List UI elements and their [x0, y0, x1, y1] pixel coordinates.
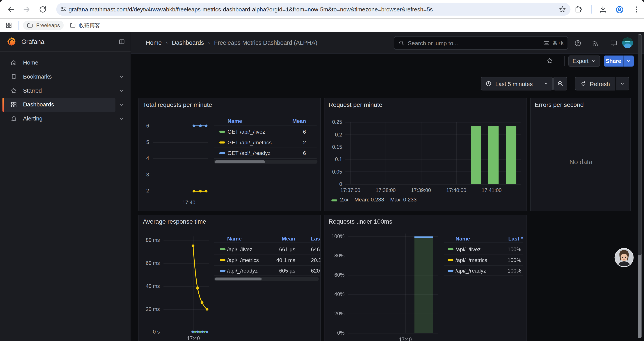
grafana-logo-icon[interactable] — [6, 37, 17, 47]
panel-title[interactable]: Average response time — [143, 218, 206, 225]
y-tick: 5 — [141, 139, 149, 145]
help-icon[interactable] — [574, 40, 582, 47]
news-rss-icon[interactable] — [592, 40, 599, 47]
bookmarks-bar: Freeleaps 收藏博客 — [0, 19, 644, 32]
bookmark-folder-blogs[interactable]: 收藏博客 — [66, 21, 104, 30]
export-button[interactable]: Export — [568, 56, 600, 67]
chevron-down-icon[interactable] — [119, 88, 124, 93]
legend-header-name[interactable]: Name — [227, 236, 242, 242]
share-menu-button[interactable] — [624, 56, 634, 67]
apps-grid-icon[interactable] — [5, 22, 12, 29]
gridline — [189, 121, 190, 198]
share-button[interactable]: Share — [604, 56, 623, 67]
page-scrollbar-thumb[interactable] — [638, 35, 642, 255]
series-swatch[interactable] — [220, 131, 225, 133]
legend-header-mean[interactable]: Mean — [262, 236, 295, 242]
legend-row-label[interactable]: /api/_/readyz — [227, 268, 258, 274]
monitor-icon[interactable] — [610, 40, 617, 47]
panel-title[interactable]: Requests under 100ms — [328, 218, 392, 225]
grafana-header: Home › Dashboards › Freeleaps Metrics Da… — [131, 32, 644, 54]
panel-title[interactable]: Total requests per minute — [143, 101, 212, 108]
sidebar-item-alerting[interactable]: Alerting — [0, 112, 131, 126]
chevron-down-icon[interactable] — [119, 74, 124, 79]
panel-title[interactable]: Errors per second — [535, 101, 584, 108]
no-data-message: No data — [531, 158, 631, 166]
sidebar-item-dashboards[interactable]: Dashboards — [0, 98, 131, 112]
legend-row-value: 6 — [274, 150, 306, 156]
legend-row-label[interactable]: GET /api/_/metrics — [228, 139, 272, 146]
legend-mean-stat: Mean: 0.233 — [354, 197, 384, 203]
series-swatch[interactable] — [448, 259, 453, 261]
chevron-down-icon[interactable] — [119, 103, 124, 107]
user-avatar[interactable] — [622, 38, 633, 48]
series-swatch[interactable] — [448, 270, 453, 272]
sidebar-item-home[interactable]: Home — [0, 56, 131, 70]
legend-header-mean[interactable]: Mean — [274, 118, 306, 124]
bookmark-folder-freeleaps[interactable]: Freeleaps — [23, 21, 64, 30]
menu-icon[interactable] — [632, 5, 640, 14]
legend-row-label[interactable]: /api/_/readyz — [456, 268, 486, 274]
bookmark-star-icon[interactable] — [558, 5, 566, 13]
collapse-sidebar-icon[interactable] — [118, 38, 126, 45]
legend-row-label[interactable]: GET /api/_/livez — [228, 129, 265, 135]
series-swatch[interactable] — [220, 152, 225, 154]
series-swatch[interactable] — [220, 142, 225, 144]
x-tick: 17:41:00 — [477, 187, 506, 193]
x-tick: 17:40 — [177, 200, 201, 206]
site-settings-icon[interactable] — [60, 6, 67, 13]
chevron-down-icon — [592, 59, 596, 63]
address-bar[interactable]: grafana.mathmast.com/d/deytv4rwavabkb/fr… — [56, 3, 570, 16]
favorite-dashboard-star-icon[interactable] — [546, 57, 553, 64]
series-swatch[interactable] — [220, 270, 225, 272]
y-tick: 2 — [141, 188, 149, 194]
legend-scrollbar-thumb[interactable] — [215, 278, 262, 280]
extensions-icon[interactable] — [574, 5, 582, 14]
breadcrumb: Home › Dashboards › Freeleaps Metrics Da… — [146, 40, 318, 46]
chevron-down-icon[interactable] — [119, 116, 124, 121]
legend-header-name[interactable]: Name — [456, 236, 470, 242]
sidebar-divider — [0, 51, 131, 52]
gridline — [153, 175, 208, 175]
forward-icon[interactable] — [22, 5, 31, 14]
gridline — [345, 184, 521, 185]
legend-row-label[interactable]: /api/_/livez — [456, 246, 481, 252]
y-tick: 0.1 — [326, 157, 342, 162]
download-icon[interactable] — [599, 5, 607, 14]
profile-icon[interactable] — [615, 5, 624, 14]
series-swatch[interactable] — [332, 199, 337, 201]
legend-row-label[interactable]: /api/_/metrics — [227, 257, 259, 263]
series-swatch[interactable] — [448, 248, 453, 250]
search-input[interactable] — [408, 40, 543, 46]
search-box[interactable]: ⌘+k — [394, 36, 568, 50]
legend-row-label[interactable]: GET /api/_/readyz — [228, 150, 270, 156]
legend-header-name[interactable]: Name — [228, 118, 242, 124]
legend-row-label[interactable]: /api/_/metrics — [456, 257, 487, 263]
legend-scrollbar-thumb[interactable] — [215, 160, 265, 163]
panel-request-per-minute: Request per minute 0.25 0.2 0.15 0.1 0.0… — [324, 98, 527, 211]
gridline — [153, 142, 208, 143]
legend-header-last[interactable]: Last * — [490, 236, 523, 242]
refresh-button[interactable]: Refresh — [575, 77, 615, 90]
series-swatch[interactable] — [220, 259, 225, 261]
breadcrumb-home[interactable]: Home — [146, 40, 162, 46]
refresh-interval-button[interactable] — [616, 77, 629, 90]
x-tick: 17:38:00 — [371, 187, 400, 193]
reload-icon[interactable] — [38, 5, 47, 14]
gridline — [164, 332, 209, 332]
legend-divider — [444, 242, 523, 243]
legend-header-last[interactable]: Las — [311, 236, 320, 242]
back-icon[interactable] — [6, 5, 15, 14]
panel-title[interactable]: Request per minute — [328, 101, 382, 108]
time-range-picker[interactable]: Last 5 minutes — [481, 77, 553, 90]
series-swatch[interactable] — [220, 248, 225, 250]
url-text[interactable]: grafana.mathmast.com/d/deytv4rwavabkb/fr… — [68, 6, 558, 13]
floating-assistant-avatar[interactable] — [614, 248, 634, 267]
sidebar-item-bookmarks[interactable]: Bookmarks — [0, 70, 131, 84]
sidebar-item-starred[interactable]: Starred — [0, 84, 131, 98]
legend-row-mean: 605 µs — [258, 268, 296, 274]
zoom-out-button[interactable] — [553, 77, 567, 90]
legend-row-label[interactable]: /api/_/livez — [227, 246, 252, 252]
sidebar-item-label: Bookmarks — [23, 73, 52, 80]
legend-series-label[interactable]: 2xx — [340, 197, 348, 203]
breadcrumb-dashboards[interactable]: Dashboards — [172, 40, 204, 46]
